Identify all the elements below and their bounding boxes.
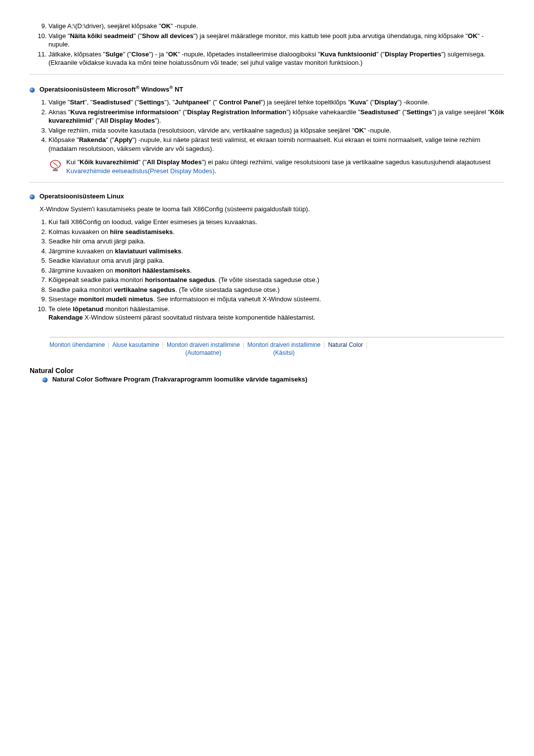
bold: Show all devices bbox=[142, 32, 193, 40]
text: "), " bbox=[165, 98, 175, 106]
text: . (Te võite sisestada sageduse otse.) bbox=[176, 286, 280, 293]
text: Valige " bbox=[48, 98, 70, 106]
reg-symbol: ® bbox=[169, 85, 173, 90]
text: Jätkake, klõpsates " bbox=[48, 50, 105, 58]
reg-symbol: ® bbox=[136, 85, 139, 90]
text: Kõigepealt seadke paika monitori bbox=[48, 276, 145, 284]
text: " (" bbox=[123, 50, 132, 58]
text: Valige A:\(D:\driver), seejärel klõpsake… bbox=[48, 22, 161, 30]
nav-sep: | bbox=[162, 341, 164, 348]
nav-sep: | bbox=[243, 341, 244, 348]
bold: Juhtpaneel bbox=[175, 98, 209, 106]
nav-sep: | bbox=[323, 341, 325, 348]
bold: Seadistused bbox=[92, 98, 131, 106]
bold: klaviatuuri valimiseks bbox=[115, 247, 181, 255]
bold: monitori mudeli nimetus bbox=[79, 295, 153, 303]
bold: OK bbox=[161, 22, 171, 30]
nav-monitor-connect[interactable]: Monitori ühendamine bbox=[49, 341, 105, 349]
bold: vertikaalne sagedus bbox=[114, 286, 175, 293]
nav-bar: Monitori ühendamine | Aluse kasutamine |… bbox=[49, 337, 504, 357]
list-item: Jätkake, klõpsates "Sulge" ("Close") - j… bbox=[48, 50, 504, 67]
text: ", " bbox=[85, 98, 92, 106]
text: . bbox=[190, 267, 192, 274]
text: Järgmine kuvaaken on bbox=[48, 267, 115, 274]
list-item: Valige rezhiim, mida soovite kasutada (r… bbox=[48, 126, 504, 135]
text: . bbox=[215, 167, 217, 175]
text: "). bbox=[155, 117, 161, 124]
list-item: Kui faili X86Config on loodud, valige En… bbox=[48, 218, 504, 227]
bold: OK bbox=[468, 32, 478, 40]
link-preset-modes[interactable]: Kuvarezhiimide eelseadistus(Preset Displ… bbox=[66, 167, 215, 175]
heading-windows-nt: Operatsioonisüsteem Microsoft® Windows® … bbox=[30, 85, 504, 93]
bold: Rakenda bbox=[79, 136, 106, 143]
text: . See informatsioon ei mõjuta vahetult X… bbox=[153, 295, 321, 303]
text: " (" bbox=[398, 108, 406, 116]
list-item: Valige "Start", "Seadistused" ("Settings… bbox=[48, 98, 504, 107]
text: " -nupule. bbox=[171, 22, 198, 30]
bold: Display Properties bbox=[385, 50, 441, 58]
text: Kui faili X86Config on loodud, valige En… bbox=[48, 218, 257, 226]
note-icon bbox=[48, 159, 62, 173]
bold: Näita kõiki seadmeid bbox=[70, 32, 134, 40]
text: (Käsitsi) bbox=[273, 349, 295, 356]
text: Operatsioonisüsteem Microsoft bbox=[40, 86, 136, 93]
text: Operatsioonisüsteem Linux bbox=[40, 192, 124, 200]
text: " (" bbox=[376, 50, 385, 58]
list-item: Sisestage monitori mudeli nimetus. See i… bbox=[48, 295, 504, 304]
bold: lõpetanud bbox=[73, 305, 103, 313]
text: Kui " bbox=[66, 158, 80, 166]
nav-driver-auto[interactable]: Monitori draiveri installimine (Automaat… bbox=[167, 341, 240, 357]
bold: Kõik kuvarezhiimid bbox=[80, 158, 138, 166]
bold: Kuva registreerimise informatsioon bbox=[70, 108, 178, 116]
linux-intro: X-Window System'i kasutamiseks peate te … bbox=[40, 205, 504, 214]
bold: Display Registration Information bbox=[187, 108, 286, 116]
bullet-icon bbox=[43, 378, 47, 382]
bold: Control Panel bbox=[219, 98, 261, 106]
text: Seadke klaviatuur oma arvuti järgi paika… bbox=[48, 257, 164, 264]
text: (Automaatne) bbox=[185, 349, 222, 356]
nav-natural-color[interactable]: Natural Color bbox=[328, 341, 363, 349]
text: monitori häälestamise. bbox=[103, 305, 170, 313]
divider bbox=[30, 74, 504, 75]
text: Sisestage bbox=[48, 295, 79, 303]
list-item: Klõpsake "Rakenda" ("Apply") -nupule, ku… bbox=[48, 136, 504, 153]
list-item: Seadke hiir oma arvuti järgi paika. bbox=[48, 237, 504, 246]
text: ") ja valige seejärel " bbox=[432, 108, 490, 116]
text: Monitori draiveri installimine bbox=[247, 341, 320, 348]
text: Klõpsake " bbox=[48, 136, 79, 143]
win-install-continued-list: Valige A:\(D:\driver), seejärel klõpsake… bbox=[30, 22, 504, 67]
nav-sep: | bbox=[108, 341, 109, 348]
list-item: Aknas "Kuva registreerimise informatsioo… bbox=[48, 108, 504, 125]
text: ") ja seejärel määratlege monitor, mis k… bbox=[193, 32, 468, 40]
text: " (" bbox=[134, 32, 142, 40]
text: " (" bbox=[91, 117, 100, 124]
text: Seadke paika monitori bbox=[48, 286, 114, 293]
svg-rect-2 bbox=[54, 168, 56, 169]
text: Valige " bbox=[48, 32, 70, 40]
text: " (" bbox=[131, 98, 139, 106]
text: " (" bbox=[138, 158, 147, 166]
text: ") klõpsake vahekaardile " bbox=[286, 108, 360, 116]
note-row: Kui "Kõik kuvarezhiimid" ("All Display M… bbox=[48, 158, 504, 175]
text: . (Te võite sisestada sageduse otse.) bbox=[215, 276, 319, 284]
nav-driver-manual[interactable]: Monitori draiveri installimine (Käsitsi) bbox=[247, 341, 320, 357]
bold: Display bbox=[374, 98, 397, 106]
windows-nt-list: Valige "Start", "Seadistused" ("Settings… bbox=[30, 98, 504, 153]
nav-stand-usage[interactable]: Aluse kasutamine bbox=[112, 341, 159, 349]
text: . bbox=[173, 228, 175, 236]
linux-list: Kui faili X86Config on loodud, valige En… bbox=[30, 218, 504, 322]
bold: Sulge bbox=[105, 50, 123, 58]
text: " -nupule. bbox=[364, 127, 391, 134]
text: Aknas " bbox=[48, 108, 70, 116]
list-item: Te olete lõpetanud monitori häälestamise… bbox=[48, 305, 504, 322]
bold: Kuva bbox=[351, 98, 366, 106]
bold: OK bbox=[354, 127, 364, 134]
bullet-icon bbox=[30, 194, 35, 199]
svg-rect-1 bbox=[53, 169, 58, 171]
bold: Seadistused bbox=[360, 108, 399, 116]
bold: Settings bbox=[139, 98, 164, 106]
bold: Close bbox=[132, 50, 149, 58]
bold: Settings bbox=[406, 108, 432, 116]
note-text: Kui "Kõik kuvarezhiimid" ("All Display M… bbox=[66, 158, 504, 175]
bold: Kuva funktsioonid bbox=[320, 50, 376, 58]
